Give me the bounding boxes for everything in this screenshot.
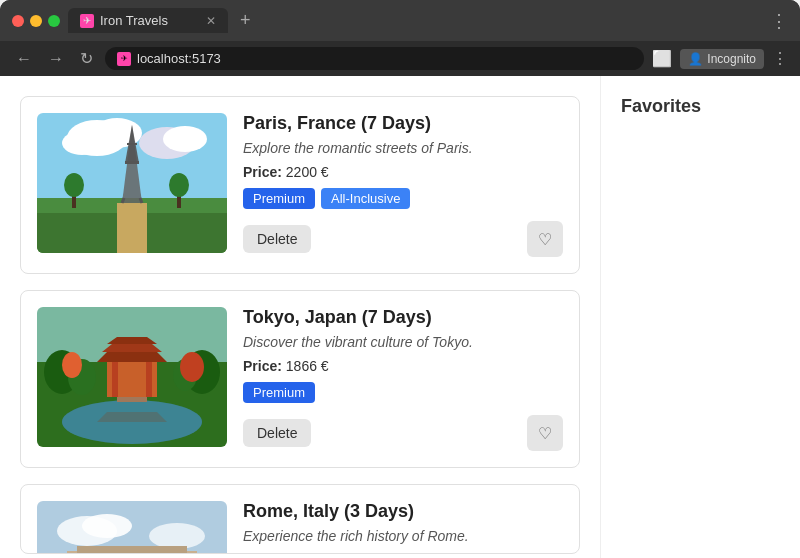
- tokyo-price: Price: 1866 €: [243, 358, 563, 374]
- svg-point-36: [62, 352, 82, 378]
- maximize-button[interactable]: [48, 15, 60, 27]
- minimize-button[interactable]: [30, 15, 42, 27]
- browser-menu-icon[interactable]: ⋮: [772, 49, 788, 68]
- svg-point-3: [62, 131, 102, 155]
- rome-image: [37, 501, 227, 554]
- svg-rect-8: [117, 203, 147, 253]
- favorites-sidebar: Favorites: [600, 76, 800, 558]
- svg-rect-42: [77, 546, 187, 554]
- sidebar-title: Favorites: [621, 96, 780, 117]
- card-rome: Rome, Italy (3 Days) Experience the rich…: [20, 484, 580, 554]
- paris-description: Explore the romantic streets of Paris.: [243, 140, 563, 156]
- tokyo-favorite-button[interactable]: ♡: [527, 415, 563, 451]
- tab-favicon-icon: ✈: [80, 14, 94, 28]
- rome-description: Experience the rich history of Rome.: [243, 528, 563, 544]
- paris-badge-all-inclusive: All-Inclusive: [321, 188, 410, 209]
- tokyo-price-value: 1866 €: [286, 358, 329, 374]
- svg-line-12: [140, 198, 142, 203]
- tokyo-scene-svg: [37, 307, 227, 447]
- browser-window: ✈ Iron Travels ✕ + ⋮ ← → ↻ ✈ localhost:5…: [0, 0, 800, 558]
- tokyo-description: Discover the vibrant culture of Tokyo.: [243, 334, 563, 350]
- svg-rect-28: [146, 362, 152, 397]
- nav-bar: ← → ↻ ✈ localhost:5173 ⬜ 👤 Incognito ⋮: [0, 41, 800, 76]
- paris-card-info: Paris, France (7 Days) Explore the roman…: [243, 113, 563, 257]
- incognito-label: Incognito: [707, 52, 756, 66]
- tokyo-image: [37, 307, 227, 447]
- browser-tab[interactable]: ✈ Iron Travels ✕: [68, 8, 228, 33]
- tab-close-icon[interactable]: ✕: [206, 14, 216, 28]
- address-favicon-icon: ✈: [117, 52, 131, 66]
- incognito-icon: 👤: [688, 52, 703, 66]
- rome-scene-svg: [37, 501, 227, 554]
- card-tokyo: Tokyo, Japan (7 Days) Discover the vibra…: [20, 290, 580, 468]
- forward-button[interactable]: →: [44, 48, 68, 70]
- traffic-lights: [12, 15, 60, 27]
- tokyo-badges: Premium: [243, 382, 563, 403]
- svg-point-40: [149, 523, 205, 549]
- paris-badge-premium: Premium: [243, 188, 315, 209]
- more-options-button[interactable]: ⋮: [770, 10, 788, 32]
- incognito-button[interactable]: 👤 Incognito: [680, 49, 764, 69]
- svg-line-11: [122, 198, 124, 203]
- paris-title: Paris, France (7 Days): [243, 113, 563, 134]
- paris-scene-svg: [37, 113, 227, 253]
- paris-price-label: Price:: [243, 164, 282, 180]
- svg-rect-27: [112, 362, 118, 397]
- tokyo-price-label: Price:: [243, 358, 282, 374]
- address-bar[interactable]: ✈ localhost:5173: [105, 47, 644, 70]
- tokyo-delete-button[interactable]: Delete: [243, 419, 311, 447]
- rome-card-info: Rome, Italy (3 Days) Experience the rich…: [243, 501, 563, 537]
- svg-rect-29: [117, 397, 147, 402]
- tokyo-card-actions: Delete ♡: [243, 415, 563, 451]
- rome-title: Rome, Italy (3 Days): [243, 501, 563, 522]
- svg-point-16: [64, 173, 84, 197]
- new-tab-button[interactable]: +: [240, 10, 251, 31]
- nav-right-controls: ⬜ 👤 Incognito ⋮: [652, 49, 788, 69]
- svg-rect-13: [125, 161, 139, 164]
- svg-rect-14: [127, 143, 137, 145]
- tokyo-card-info: Tokyo, Japan (7 Days) Discover the vibra…: [243, 307, 563, 451]
- svg-point-35: [180, 352, 204, 382]
- paris-price-value: 2200 €: [286, 164, 329, 180]
- close-button[interactable]: [12, 15, 24, 27]
- back-button[interactable]: ←: [12, 48, 36, 70]
- title-bar: ✈ Iron Travels ✕ + ⋮: [0, 0, 800, 41]
- tokyo-badge-premium: Premium: [243, 382, 315, 403]
- paris-price: Price: 2200 €: [243, 164, 563, 180]
- main-content-area: Paris, France (7 Days) Explore the roman…: [0, 76, 600, 558]
- svg-point-39: [82, 514, 132, 538]
- svg-marker-25: [102, 344, 162, 352]
- address-text: localhost:5173: [137, 51, 221, 66]
- tokyo-title: Tokyo, Japan (7 Days): [243, 307, 563, 328]
- reload-button[interactable]: ↻: [76, 47, 97, 70]
- paris-image: [37, 113, 227, 253]
- tab-label: Iron Travels: [100, 13, 168, 28]
- sidebar-toggle-icon[interactable]: ⬜: [652, 49, 672, 68]
- paris-delete-button[interactable]: Delete: [243, 225, 311, 253]
- page-content: Paris, France (7 Days) Explore the roman…: [0, 76, 800, 558]
- svg-marker-30: [97, 412, 167, 422]
- svg-marker-24: [97, 352, 167, 362]
- paris-favorite-button[interactable]: ♡: [527, 221, 563, 257]
- svg-point-5: [163, 126, 207, 152]
- paris-badges: Premium All-Inclusive: [243, 188, 563, 209]
- paris-card-actions: Delete ♡: [243, 221, 563, 257]
- card-paris: Paris, France (7 Days) Explore the roman…: [20, 96, 580, 274]
- svg-point-18: [169, 173, 189, 197]
